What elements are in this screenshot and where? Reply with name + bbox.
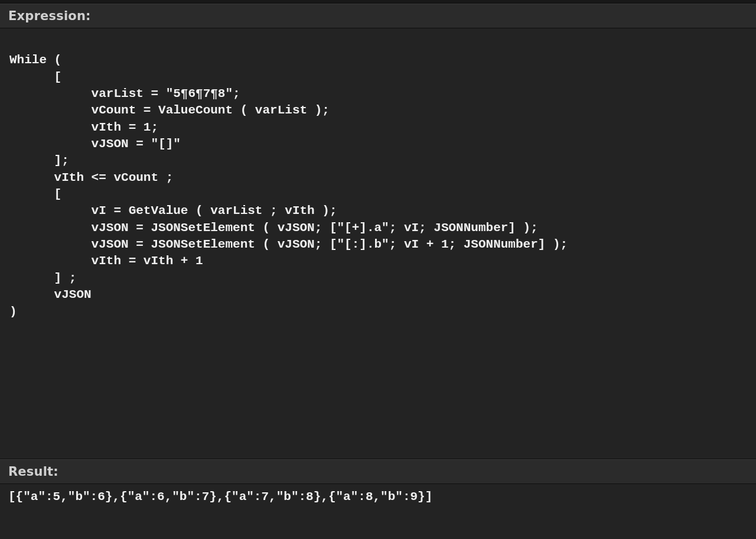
code-line: varList = "5¶6¶7¶8";	[9, 87, 240, 100]
code-line: vJSON = JSONSetElement ( vJSON; ["[:].b"…	[9, 238, 568, 251]
code-line: )	[9, 305, 17, 319]
code-line: vCount = ValueCount ( varList );	[9, 103, 330, 117]
result-output[interactable]: [{"a":5,"b":6},{"a":6,"b":7},{"a":7,"b":…	[0, 484, 756, 539]
code-content: While ( [ varList = "5¶6¶7¶8"; vCount = …	[9, 35, 747, 320]
code-line: ] ;	[9, 271, 76, 285]
code-line: vIth <= vCount ;	[9, 171, 173, 184]
code-line: [	[9, 187, 61, 201]
code-line: vJSON	[9, 288, 92, 301]
code-line: vIth = 1;	[9, 121, 158, 134]
expression-header: Expression:	[0, 4, 756, 28]
code-line: vIth = vIth + 1	[9, 254, 203, 268]
result-text: [{"a":5,"b":6},{"a":6,"b":7},{"a":7,"b":…	[8, 490, 748, 504]
code-line: vI = GetValue ( varList ; vIth );	[9, 204, 337, 217]
code-line: vJSON = "[]"	[9, 137, 181, 151]
code-line: [	[9, 70, 61, 84]
code-line: While (	[9, 53, 61, 67]
code-line: vJSON = JSONSetElement ( vJSON; ["[+].a"…	[9, 221, 538, 235]
expression-editor[interactable]: While ( [ varList = "5¶6¶7¶8"; vCount = …	[0, 28, 756, 459]
result-header: Result:	[0, 459, 756, 484]
code-line: ];	[9, 154, 69, 167]
